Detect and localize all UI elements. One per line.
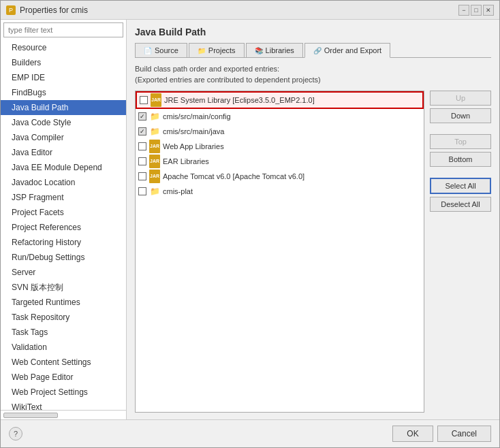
entry-checkbox[interactable]: [138, 157, 146, 165]
entry-item[interactable]: JARWeb App Libraries: [136, 139, 424, 154]
sidebar-item[interactable]: Javadoc Location: [1, 175, 126, 190]
entry-label: EAR Libraries: [163, 155, 209, 167]
entry-label: Apache Tomcat v6.0 [Apache Tomcat v6.0]: [163, 170, 304, 182]
folder-icon: 📁: [149, 126, 160, 137]
entry-checkbox[interactable]: [138, 172, 146, 180]
sidebar-item[interactable]: Java Code Style: [1, 115, 126, 130]
main-content: ResourceBuildersEMP IDEFindBugsJava Buil…: [1, 20, 499, 419]
up-button[interactable]: Up: [430, 91, 491, 106]
tab-icon: 🔗: [313, 47, 322, 54]
jar-icon: JAR: [149, 171, 160, 182]
list-container: JARJRE System Library [Eclipse3.5.0_EMP2…: [135, 91, 491, 413]
help-button[interactable]: ?: [9, 427, 22, 441]
tab-label: Source: [155, 46, 178, 54]
sidebar-item[interactable]: Targeted Runtimes: [1, 295, 126, 310]
bottom-button[interactable]: Bottom: [430, 152, 491, 167]
sidebar-list: ResourceBuildersEMP IDEFindBugsJava Buil…: [1, 40, 126, 410]
sidebar-item[interactable]: Refactoring History: [1, 235, 126, 250]
content-area: Java Build Path 📄Source📁Projects📚Librari…: [127, 20, 499, 419]
entry-item[interactable]: ✓📁cmis/src/main/java: [136, 124, 424, 139]
tab-icon: 📚: [255, 47, 263, 54]
folder-symbol: 📁: [150, 185, 160, 197]
sidebar-scrollbar-area: [1, 410, 126, 419]
sidebar-item[interactable]: Web Project Settings: [1, 385, 126, 400]
entry-item[interactable]: JAREAR Libraries: [136, 154, 424, 169]
description-line1: Build class path order and exported entr…: [135, 65, 279, 73]
description-line2: (Exported entries are contributed to dep…: [135, 76, 321, 84]
entry-checkbox[interactable]: ✓: [138, 112, 146, 121]
window-icon: P: [6, 5, 16, 15]
entry-item[interactable]: JARJRE System Library [Eclipse3.5.0_EMP2…: [136, 91, 424, 109]
entry-item[interactable]: ✓📁cmis/src/main/config: [136, 109, 424, 124]
entry-label: JRE System Library [Eclipse3.5.0_EMP2.1.…: [164, 94, 315, 106]
sidebar-item[interactable]: Task Repository: [1, 310, 126, 325]
sidebar-item[interactable]: SVN 版本控制: [1, 280, 126, 295]
top-button[interactable]: Top: [430, 134, 491, 149]
window-title: Properties for cmis: [20, 5, 88, 15]
entry-label: Web App Libraries: [163, 140, 224, 153]
sidebar-item[interactable]: Project Facets: [1, 205, 126, 220]
sidebar-item[interactable]: Builders: [1, 55, 126, 70]
tab-icon: 📁: [198, 47, 206, 54]
tab-label: Projects: [208, 46, 236, 54]
sidebar-item[interactable]: Java Compiler: [1, 130, 126, 145]
title-bar-left: P Properties for cmis: [6, 5, 88, 15]
sidebar-item[interactable]: Java Build Path: [1, 100, 126, 115]
tab-libraries[interactable]: 📚Libraries: [246, 43, 303, 57]
sidebar-item[interactable]: Resource: [1, 40, 126, 55]
sidebar-item[interactable]: Project References: [1, 220, 126, 235]
entry-checkbox[interactable]: [138, 187, 146, 195]
tabs-bar: 📄Source📁Projects📚Libraries🔗Order and Exp…: [135, 43, 491, 58]
title-controls: − □ ✕: [458, 5, 494, 16]
jar-symbol: JAR: [151, 93, 161, 107]
sidebar-item[interactable]: JSP Fragment: [1, 190, 126, 205]
tab-projects[interactable]: 📁Projects: [189, 43, 245, 57]
down-button[interactable]: Down: [430, 108, 491, 123]
sidebar-item[interactable]: FindBugs: [1, 85, 126, 100]
sidebar-item[interactable]: Server: [1, 265, 126, 280]
close-button[interactable]: ✕: [483, 5, 494, 16]
select-all-button[interactable]: Select All: [430, 178, 491, 194]
entry-label: cmis-plat: [163, 185, 193, 197]
sidebar-scrollbar[interactable]: [3, 413, 58, 418]
jar-icon: JAR: [149, 156, 160, 167]
page-title: Java Build Path: [135, 27, 491, 37]
jar-icon: JAR: [151, 95, 161, 106]
entry-checkbox[interactable]: [140, 96, 148, 104]
sidebar-item[interactable]: Java EE Module Depend: [1, 160, 126, 175]
sidebar-item[interactable]: Web Page Editor: [1, 370, 126, 385]
entry-checkbox[interactable]: [138, 142, 146, 150]
sidebar-item[interactable]: Web Content Settings: [1, 355, 126, 370]
maximize-button[interactable]: □: [471, 5, 482, 16]
tab-source[interactable]: 📄Source: [135, 43, 187, 57]
entry-label: cmis/src/main/java: [163, 125, 224, 138]
cancel-button[interactable]: Cancel: [437, 426, 491, 442]
main-window: P Properties for cmis − □ ✕ ResourceBuil…: [0, 0, 500, 448]
sidebar-item[interactable]: WikiText: [1, 400, 126, 410]
deselect-all-button[interactable]: Deselect All: [430, 197, 491, 212]
bottom-bar: ? OK Cancel: [1, 419, 499, 447]
sidebar-item[interactable]: Validation: [1, 340, 126, 355]
entry-checkbox[interactable]: ✓: [138, 127, 146, 135]
folder-icon: 📁: [149, 111, 160, 122]
sidebar: ResourceBuildersEMP IDEFindBugsJava Buil…: [1, 20, 127, 419]
filter-input[interactable]: [3, 22, 123, 37]
sidebar-item[interactable]: Run/Debug Settings: [1, 250, 126, 265]
jar-symbol: JAR: [149, 170, 160, 183]
sidebar-item[interactable]: Java Editor: [1, 145, 126, 160]
sidebar-item[interactable]: EMP IDE: [1, 70, 126, 85]
bottom-buttons: OK Cancel: [392, 426, 491, 442]
tab-label: Order and Export: [324, 46, 381, 54]
tab-label: Libraries: [266, 46, 294, 54]
folder-icon: 📁: [149, 186, 160, 197]
side-buttons: Up Down Top Bottom Select All Deselect A…: [430, 91, 491, 413]
entries-list: JARJRE System Library [Eclipse3.5.0_EMP2…: [135, 91, 424, 413]
folder-symbol: 📁: [150, 110, 160, 123]
ok-button[interactable]: OK: [392, 426, 433, 442]
entry-item[interactable]: 📁cmis-plat: [136, 184, 424, 199]
sidebar-item[interactable]: Task Tags: [1, 325, 126, 340]
entry-item[interactable]: JARApache Tomcat v6.0 [Apache Tomcat v6.…: [136, 169, 424, 184]
title-bar: P Properties for cmis − □ ✕: [1, 1, 499, 20]
minimize-button[interactable]: −: [458, 5, 469, 16]
tab-order-and-export[interactable]: 🔗Order and Export: [304, 43, 390, 58]
